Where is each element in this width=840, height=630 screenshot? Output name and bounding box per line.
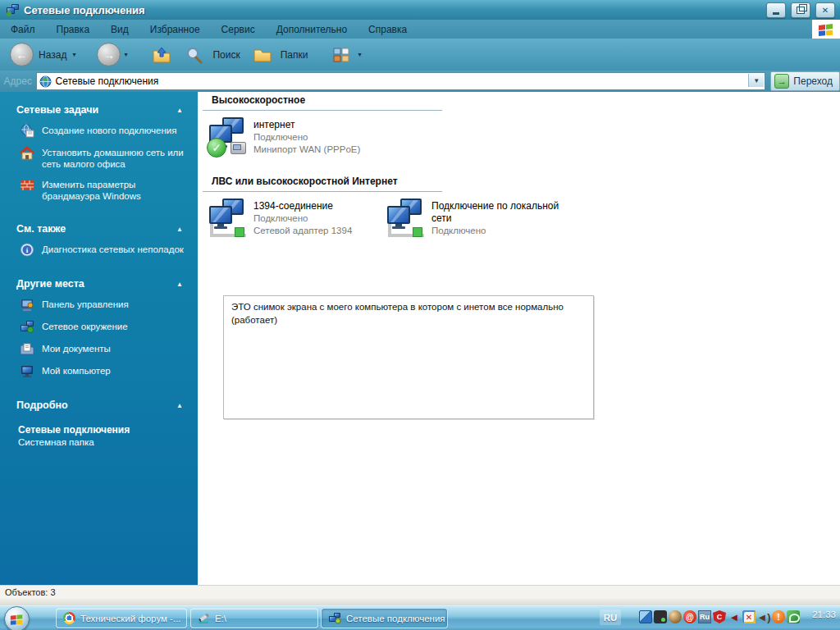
modem-device-icon [231,142,246,154]
address-dropdown-button[interactable]: ▼ [748,74,764,87]
menu-favorites[interactable]: Избранное [139,20,211,39]
network-connections-app-icon [6,4,20,16]
views-icon [331,46,351,64]
system-tray: @ Ru C ◄ ✕ ◄) ! [639,610,800,623]
download-master-icon[interactable]: @ [683,610,696,623]
chrome-icon [63,612,75,624]
connection-status: Подключено [431,225,571,237]
section-network-tasks[interactable]: Сетевые задачи ▲ [16,104,183,116]
volume-muted-icon[interactable]: ◄ [728,610,741,623]
go-arrow-icon: → [774,74,789,89]
views-button[interactable]: ▾ [328,46,364,64]
forward-button[interactable]: → ▾ [97,43,130,66]
details-panel: Сетевые подключения Системная папка [18,424,186,449]
menu-edit[interactable]: Правка [46,20,101,39]
status-text: Объектов: 3 [5,587,56,597]
volume-icon[interactable]: ◄) [757,610,770,623]
annotation-note: ЭТО снимок экрана с моего компьютера в к… [223,295,594,419]
menu-file[interactable]: Файл [0,20,46,39]
details-title: Сетевые подключения [18,424,186,436]
collapse-icon[interactable]: ▲ [176,226,183,233]
restore-button[interactable] [791,2,810,18]
folders-icon [253,46,272,64]
group-header-lan: ЛВС или высокоскоростной Интернет [203,176,442,192]
back-dropdown[interactable]: ▾ [72,51,75,58]
connection-internet[interactable]: ✓ интернет Подключено Минипорт WAN (PPPo… [208,116,360,156]
folder-up-icon [152,46,171,64]
editor-icon [198,612,210,624]
up-button[interactable] [148,46,175,64]
connected-indicator-icon [235,227,244,237]
sidebar-item-control-panel[interactable]: Панель управления [20,299,186,312]
connected-indicator-icon [413,227,422,237]
sidebar-item-network-places[interactable]: Сетевое окружение [20,321,186,334]
network-places-icon [20,320,34,334]
network-tray-icon[interactable] [639,610,652,623]
collapse-icon[interactable]: ▲ [176,281,183,288]
toolbar: ← Назад ▾ → ▾ Поиск Папки ▾ [0,39,840,71]
punto-switcher-icon[interactable]: Ru [698,610,711,623]
sidebar-item-firewall-settings[interactable]: Изменить параметры брандмауэра Windows [20,179,186,202]
menu-advanced[interactable]: Дополнительно [266,20,358,39]
removable-device-icon[interactable] [654,610,667,623]
address-bar: Адрес Сетевые подключения ▼ → Переход [0,71,840,92]
minimize-button[interactable] [766,2,786,18]
back-label: Назад [39,49,66,61]
sidebar-item-my-documents[interactable]: Мои документы [20,343,186,356]
my-computer-icon [20,364,34,378]
back-icon: ← [10,43,34,66]
back-button[interactable]: ← Назад ▾ [3,43,79,66]
search-button[interactable]: Поиск [181,46,242,64]
firewall-icon [20,178,34,192]
app-orb-icon[interactable] [669,610,682,623]
menu-view[interactable]: Вид [100,20,139,39]
folders-label: Папки [281,49,308,61]
sidebar-item-home-network[interactable]: Установить домашнюю сеть или сеть малого… [20,147,186,170]
section-details[interactable]: Подробно ▲ [16,399,183,411]
go-button[interactable]: → Переход [770,71,840,91]
section-see-also[interactable]: См. также ▲ [16,223,183,235]
connection-name: 1394-соединение [253,200,352,212]
menu-tools[interactable]: Сервис [211,20,266,39]
search-label: Поиск [212,49,240,61]
collapse-icon[interactable]: ▲ [176,402,183,409]
main-content: Высокоскоростное ✓ интернет Подключено М… [198,92,840,585]
forward-dropdown[interactable]: ▾ [124,51,127,58]
address-value: Сетевые подключения [56,75,159,87]
address-label: Адрес [0,75,36,87]
connection-name: Подключение по локальной сети [431,200,571,225]
home-network-icon [20,146,34,160]
close-button[interactable]: ✕ [815,2,835,18]
connection-status: Подключено [253,131,360,144]
taskbar-clock[interactable]: 21:33 [812,609,836,619]
shield-icon[interactable]: C [713,610,726,623]
address-input[interactable]: Сетевые подключения ▼ [36,72,766,90]
sidebar-item-network-diagnostics[interactable]: i Диагностика сетевых неполадок [20,244,186,257]
details-subtitle: Системная папка [18,436,186,449]
start-button[interactable] [4,606,30,630]
nvidia-icon[interactable] [787,610,800,623]
sidebar-item-my-computer[interactable]: Мой компьютер [20,365,186,378]
globe-icon [39,75,52,88]
windows-flag-logo [812,20,840,39]
views-dropdown[interactable]: ▾ [358,51,361,58]
folders-button[interactable]: Папки [249,46,311,64]
menu-help[interactable]: Справка [358,20,418,39]
window-bottom-edge [0,599,840,605]
connection-device: Сетевой адаптер 1394 [253,225,352,237]
taskbar-item-network-connections[interactable]: Сетевые подключения [321,608,448,628]
sidebar-item-new-connection[interactable]: Создание нового подключения [20,125,186,138]
connection-1394[interactable]: 1394-соединение Подключено Сетевой адапт… [208,198,352,237]
language-indicator[interactable]: RU [600,609,621,625]
control-panel-icon [20,298,34,312]
group-header-broadband: Высокоскоростное [203,94,442,111]
section-other-places[interactable]: Другие места ▲ [16,278,183,290]
taskbar-item-browser[interactable]: Технический форум -... [56,608,187,628]
connection-lan[interactable]: Подключение по локальной сети Подключено [386,198,571,237]
taskbar-item-drive-e[interactable]: E:\ [190,608,318,628]
forward-icon: → [97,43,121,66]
network-error-icon[interactable]: ✕ [742,610,756,623]
connected-check-icon: ✓ [207,138,226,158]
warning-icon[interactable]: ! [772,610,785,623]
collapse-icon[interactable]: ▲ [176,107,183,114]
